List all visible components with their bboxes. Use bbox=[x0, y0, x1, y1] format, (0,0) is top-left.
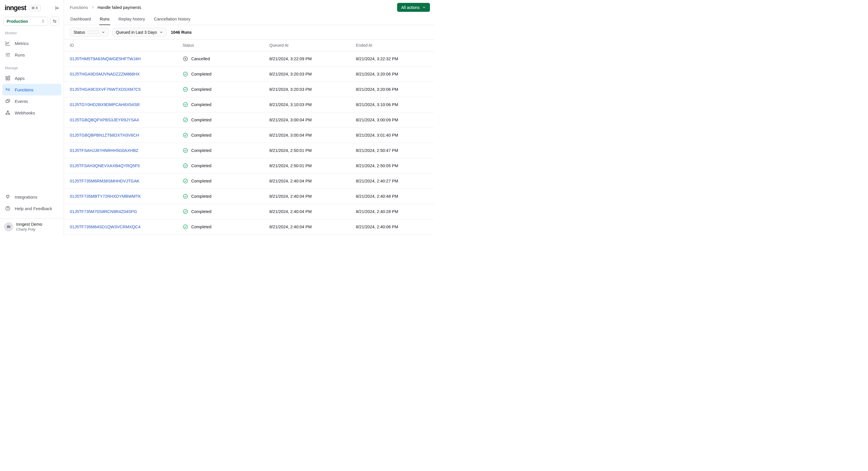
collapse-sidebar-button[interactable] bbox=[55, 5, 60, 11]
runs-count: 1046 Runs bbox=[171, 30, 192, 35]
run-id-link[interactable]: 01J5TF735MBTY72RHXDYMBWMTK bbox=[70, 194, 141, 198]
ended-at-cell: 8/21/2024, 2:40:06 PM bbox=[356, 224, 434, 229]
completed-check-circle-icon bbox=[183, 193, 188, 199]
ended-at-cell: 8/21/2024, 2:40:27 PM bbox=[356, 179, 434, 183]
tab-cancellation-history[interactable]: Cancellation history bbox=[153, 16, 191, 25]
table-row: 01J5THGA9DSMJVNADZZZM868HXCompleted8/21/… bbox=[64, 67, 434, 82]
chevron-down-icon bbox=[159, 31, 163, 34]
queued-at-cell: 8/21/2024, 2:40:04 PM bbox=[269, 209, 356, 214]
sidebar-header: inngest ⌘ K bbox=[0, 0, 64, 12]
table-row: 01J5TF735M6RM38SMHHDVJTGAKCompleted8/21/… bbox=[64, 174, 434, 189]
topbar: Functions Handle failed payments All act… bbox=[64, 0, 434, 12]
collapse-sidebar-icon bbox=[55, 5, 60, 11]
status-label: Completed bbox=[191, 209, 211, 214]
status-filter-button[interactable]: Status bbox=[70, 28, 109, 37]
ended-at-cell: 8/21/2024, 2:50:05 PM bbox=[356, 163, 434, 168]
all-actions-label: All actions bbox=[401, 5, 420, 10]
status-dots-icon bbox=[88, 31, 99, 34]
table-row: 01J5TF735M64SD1QW3VCRMXQC4Completed8/21/… bbox=[64, 219, 434, 234]
table-header: ID Status Queued At Ended At bbox=[64, 39, 434, 51]
user-org: Inngest Demo bbox=[16, 222, 42, 226]
completed-check-circle-icon bbox=[183, 163, 188, 169]
table-row: 01J5THGA9C0XVF7NWTXDSXM7C5Completed8/21/… bbox=[64, 82, 434, 97]
run-id-link[interactable]: 01J5TF735M64SD1QW3VCRMXQC4 bbox=[70, 224, 141, 229]
chevron-down-icon bbox=[422, 5, 426, 9]
completed-check-circle-icon bbox=[183, 71, 188, 77]
sidebar-footer: Integrations Help and Feedback IN bbox=[0, 191, 64, 236]
sidebar-item-events[interactable]: Events bbox=[2, 95, 61, 107]
queued-at-cell: 8/21/2024, 2:40:04 PM bbox=[269, 194, 356, 198]
sidebar-item-functions[interactable]: Functions bbox=[2, 84, 61, 95]
ended-at-cell: 8/21/2024, 2:40:28 PM bbox=[356, 209, 434, 214]
environment-select-value: Production bbox=[7, 19, 28, 24]
status-label: Completed bbox=[191, 87, 211, 92]
run-id-link[interactable]: 01J5TGBQBPBN1ZT68DXTH3V6CH bbox=[70, 133, 139, 137]
queued-at-cell: 8/21/2024, 3:00:04 PM bbox=[269, 118, 356, 122]
column-header-status: Status bbox=[183, 43, 269, 48]
completed-check-circle-icon bbox=[183, 178, 188, 184]
breadcrumb-functions-link[interactable]: Functions bbox=[70, 5, 88, 10]
ended-at-cell: 8/21/2024, 3:22:32 PM bbox=[356, 57, 434, 61]
app-root: inngest ⌘ K Production bbox=[0, 0, 434, 236]
sidebar-nav: Monitor Metrics Runs Manage bbox=[0, 26, 64, 119]
sidebar-item-runs[interactable]: Runs bbox=[2, 49, 61, 61]
run-id-link[interactable]: 01J5TF735M6RM38SMHHDVJTGAK bbox=[70, 179, 140, 183]
nav-section-monitor: Monitor bbox=[2, 26, 61, 37]
sidebar-item-webhooks[interactable]: Webhooks bbox=[2, 107, 61, 119]
run-id-link[interactable]: 01J5TFSAHJJ87HNRHH5G0AXHBZ bbox=[70, 148, 138, 153]
sidebar-item-label: Integrations bbox=[15, 195, 37, 199]
ended-at-cell: 8/21/2024, 3:10:06 PM bbox=[356, 102, 434, 107]
table-row: 01J5THM5T9A63NQWGE5HFTWJ4HCancelled8/21/… bbox=[64, 51, 434, 67]
sidebar-item-apps[interactable]: Apps bbox=[2, 72, 61, 84]
cancelled-x-circle-icon bbox=[183, 56, 188, 62]
column-header-ended-at: Ended At bbox=[356, 43, 434, 48]
main-content: Functions Handle failed payments All act… bbox=[64, 0, 434, 236]
sidebar-item-label: Functions bbox=[15, 87, 33, 92]
status-filter-label: Status bbox=[73, 30, 85, 35]
tab-replay-history[interactable]: Replay history bbox=[118, 16, 146, 25]
time-range-filter-button[interactable]: Queued in Last 3 Days bbox=[112, 28, 167, 37]
status-label: Completed bbox=[191, 163, 211, 168]
time-range-filter-label: Queued in Last 3 Days bbox=[116, 30, 157, 35]
run-id-link[interactable]: 01J5THM5T9A63NQWGE5HFTWJ4H bbox=[70, 57, 141, 61]
chevron-right-icon bbox=[91, 5, 95, 9]
status-label: Completed bbox=[191, 148, 211, 153]
run-id-link[interactable]: 01J5TFSAH3QNEVXAXB4QYRQ5F5 bbox=[70, 163, 140, 168]
run-id-link[interactable]: 01J5TGY0HD2BX9DMPCAH8X54SR bbox=[70, 102, 140, 107]
completed-check-circle-icon bbox=[183, 102, 188, 107]
updown-chevrons-icon bbox=[41, 19, 45, 23]
sidebar-item-label: Help and Feedback bbox=[15, 206, 52, 211]
queued-at-cell: 8/21/2024, 2:40:04 PM bbox=[269, 179, 356, 183]
sidebar-item-integrations[interactable]: Integrations bbox=[2, 191, 61, 202]
tab-dashboard[interactable]: Dashboard bbox=[70, 16, 91, 25]
tab-runs[interactable]: Runs bbox=[99, 16, 110, 25]
run-id-link[interactable]: 01J5TGBQBQPXPBS3JEYR9JYSA4 bbox=[70, 118, 139, 122]
ended-at-cell: 8/21/2024, 3:01:40 PM bbox=[356, 133, 434, 137]
ended-at-cell: 8/21/2024, 3:20:06 PM bbox=[356, 87, 434, 92]
all-actions-button[interactable]: All actions bbox=[397, 3, 430, 12]
status-label: Completed bbox=[191, 102, 211, 107]
chevron-down-icon bbox=[101, 31, 105, 34]
environment-settings-button[interactable] bbox=[50, 17, 59, 26]
column-header-id: ID bbox=[70, 43, 183, 48]
queued-at-cell: 8/21/2024, 3:20:03 PM bbox=[269, 87, 356, 92]
run-id-link[interactable]: 01J5THGA9C0XVF7NWTXDSXM7C5 bbox=[70, 87, 141, 92]
completed-check-circle-icon bbox=[183, 132, 188, 138]
windows-icon bbox=[5, 98, 11, 104]
sidebar-item-help[interactable]: Help and Feedback bbox=[2, 202, 61, 214]
completed-check-circle-icon bbox=[183, 148, 188, 153]
run-id-link[interactable]: 01J5THGA9DSMJVNADZZZM868HX bbox=[70, 72, 140, 76]
sidebar-item-metrics[interactable]: Metrics bbox=[2, 37, 61, 49]
sidebar: inngest ⌘ K Production bbox=[0, 0, 64, 236]
table-row: 01J5TFSAHJJ87HNRHH5G0AXHBZCompleted8/21/… bbox=[64, 143, 434, 158]
tab-bar: Dashboard Runs Replay history Cancellati… bbox=[64, 12, 434, 25]
user-menu[interactable]: IN Inngest Demo Charly Poly bbox=[0, 218, 64, 236]
table-row: 01J5TF735MBTY72RHXDYMBWMTKCompleted8/21/… bbox=[64, 189, 434, 204]
command-k-shortcut[interactable]: ⌘ K bbox=[29, 5, 41, 11]
breadcrumb: Functions Handle failed payments bbox=[70, 5, 141, 10]
inngest-logo[interactable]: inngest bbox=[5, 4, 26, 12]
run-id-link[interactable]: 01J5TF735M70S8RCN9R4Z04SPG bbox=[70, 209, 137, 214]
nav-section-manage: Manage bbox=[2, 61, 61, 72]
preferences-sliders-icon bbox=[52, 19, 57, 24]
environment-select[interactable]: Production bbox=[3, 17, 48, 26]
